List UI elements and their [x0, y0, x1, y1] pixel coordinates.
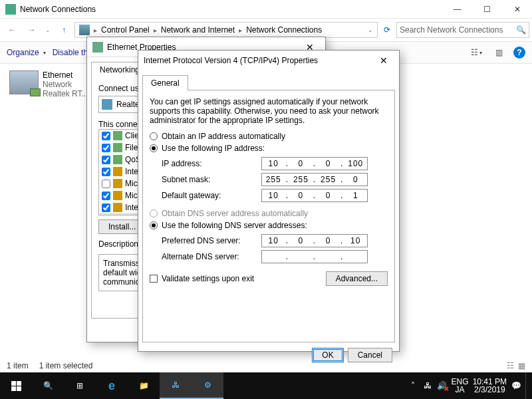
item-checkbox[interactable]: [102, 144, 110, 152]
radio-obtain-dns-auto: Obtain DNS server address automatically: [150, 209, 388, 218]
taskbar-app-explorer[interactable]: 📁: [128, 372, 160, 399]
taskbar-app-control-panel[interactable]: ⚙: [192, 372, 223, 399]
tray-overflow-button[interactable]: ˄: [408, 380, 418, 391]
back-button[interactable]: ←: [3, 21, 21, 39]
item-count: 1 item: [7, 361, 29, 370]
taskbar-app-ie[interactable]: e: [96, 372, 128, 399]
ok-button[interactable]: OK: [312, 348, 343, 362]
dialog-icon: [92, 42, 103, 53]
view-options-button[interactable]: ☷: [468, 45, 484, 61]
item-checkbox[interactable]: [102, 132, 110, 140]
adapter-label: Ethernet Network Realtek RT...: [43, 70, 88, 98]
volume-tray-icon[interactable]: 🔊✖: [437, 380, 448, 391]
recent-dropdown[interactable]: ⌄: [43, 21, 53, 39]
organize-menu[interactable]: Organize: [7, 48, 46, 57]
breadcrumb-item[interactable]: Network and Internet: [158, 25, 237, 35]
cancel-button[interactable]: Cancel: [348, 348, 392, 362]
preferred-dns-label: Preferred DNS server:: [162, 236, 261, 245]
titlebar: Network Connections — ☐ ✕: [0, 0, 532, 19]
ipv4-properties-dialog: Internet Protocol Version 4 (TCP/IPv4) P…: [138, 50, 400, 352]
network-tray-icon[interactable]: 🖧: [422, 380, 433, 391]
location-icon: [79, 25, 90, 35]
item-checkbox[interactable]: [102, 168, 110, 176]
clock[interactable]: 10:41 PM2/3/2019: [473, 378, 507, 394]
item-checkbox[interactable]: [102, 203, 110, 212]
component-icon: [113, 203, 122, 212]
large-icons-view-icon[interactable]: ▦: [518, 361, 525, 370]
taskbar: 🔍 ⊞ e 📁 🖧 ⚙ ˄ 🖧 🔊✖ ENGJA 10:41 PM2/3/201…: [0, 372, 532, 399]
search-input[interactable]: Search Network Connections 🔍: [396, 22, 529, 38]
radio-use-static-dns[interactable]: Use the following DNS server addresses:: [150, 221, 388, 230]
taskbar-app-network[interactable]: 🖧: [160, 372, 192, 399]
default-gateway-input[interactable]: 10.0.0.1: [261, 189, 368, 202]
search-icon: 🔍: [43, 381, 53, 390]
help-button[interactable]: ?: [513, 47, 525, 59]
component-icon: [113, 167, 122, 176]
language-indicator[interactable]: ENGJA: [452, 378, 469, 394]
dialog-title: Internet Protocol Version 4 (TCP/IPv4) P…: [144, 56, 374, 65]
windows-icon: [11, 381, 21, 391]
control-panel-icon: ⚙: [204, 380, 211, 390]
ip-address-label: IP address:: [162, 159, 261, 168]
close-icon[interactable]: ✕: [374, 53, 394, 68]
tab-general[interactable]: General: [142, 75, 188, 90]
breadcrumb-item[interactable]: Control Panel: [98, 25, 152, 35]
network-icon: 🖧: [172, 380, 180, 390]
item-checkbox[interactable]: [102, 156, 110, 164]
window-icon: [5, 4, 16, 15]
refresh-button[interactable]: ⟳: [379, 22, 395, 38]
details-view-icon[interactable]: ☷: [507, 361, 514, 370]
item-checkbox[interactable]: [102, 180, 110, 188]
advanced-button[interactable]: Advanced...: [326, 271, 388, 286]
component-icon: [113, 191, 122, 200]
ip-address-input[interactable]: 10.0.0.100: [261, 157, 368, 170]
minimize-button[interactable]: —: [442, 0, 472, 19]
close-button[interactable]: ✕: [502, 0, 532, 19]
search-icon: 🔍: [516, 25, 526, 35]
show-desktop-button[interactable]: [525, 372, 529, 399]
selection-count: 1 item selected: [39, 361, 93, 370]
notifications-button[interactable]: 💬: [511, 380, 521, 391]
folder-icon: 📁: [139, 381, 149, 390]
task-view-icon: ⊞: [76, 381, 83, 390]
validate-label: Validate settings upon exit: [162, 274, 254, 283]
chevron-right-icon[interactable]: ▸: [237, 27, 243, 34]
chevron-right-icon[interactable]: ▸: [92, 27, 98, 34]
component-icon: [113, 155, 122, 164]
item-checkbox[interactable]: [102, 192, 110, 200]
subnet-mask-input[interactable]: 255.255.255.0: [261, 173, 368, 186]
alternate-dns-label: Alternate DNS server:: [162, 252, 261, 261]
search-placeholder: Search Network Connections: [400, 25, 503, 35]
window-title: Network Connections: [20, 5, 442, 14]
nic-icon: [102, 99, 112, 110]
default-gateway-label: Default gateway:: [162, 191, 261, 200]
preferred-dns-input[interactable]: 10.0.0.10: [261, 234, 368, 247]
system-tray: ˄ 🖧 🔊✖ ENGJA 10:41 PM2/3/2019 💬: [408, 372, 532, 399]
start-button[interactable]: [0, 372, 32, 399]
radio-obtain-ip-auto[interactable]: Obtain an IP address automatically: [150, 132, 388, 141]
validate-checkbox[interactable]: [150, 275, 158, 283]
breadcrumb-item[interactable]: Network Connections: [243, 25, 325, 35]
maximize-button[interactable]: ☐: [472, 0, 502, 19]
alternate-dns-input[interactable]: ...: [261, 250, 368, 263]
component-icon: [113, 131, 122, 140]
history-dropdown[interactable]: ⌄: [365, 27, 376, 33]
breadcrumb[interactable]: ▸ Control Panel ▸ Network and Internet ▸…: [74, 22, 378, 38]
chevron-right-icon[interactable]: ▸: [152, 27, 158, 34]
component-icon: [113, 143, 122, 152]
preview-pane-button[interactable]: ▥: [491, 45, 507, 61]
forward-button: →: [23, 21, 41, 39]
ethernet-adapter-icon: [9, 70, 39, 94]
up-button[interactable]: ↑: [55, 21, 73, 39]
task-view-button[interactable]: ⊞: [64, 372, 96, 399]
ie-icon: e: [108, 379, 115, 393]
subnet-mask-label: Subnet mask:: [162, 175, 261, 184]
search-button[interactable]: 🔍: [32, 372, 64, 399]
instructions-text: You can get IP settings assigned automat…: [150, 97, 388, 125]
component-icon: [113, 179, 122, 188]
radio-use-static-ip[interactable]: Use the following IP address:: [150, 144, 388, 153]
